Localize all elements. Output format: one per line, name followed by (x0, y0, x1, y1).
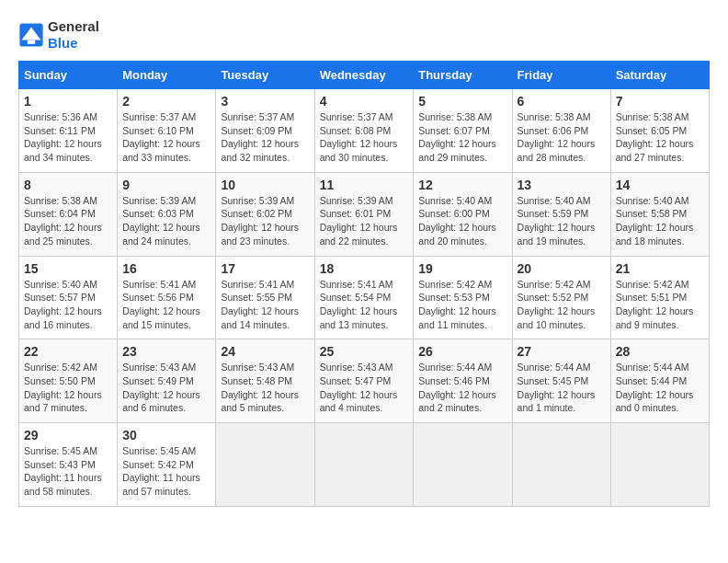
day-info: Sunrise: 5:41 AM Sunset: 5:54 PM Dayligh… (320, 278, 409, 332)
day-cell: 21 Sunrise: 5:42 AM Sunset: 5:51 PM Dayl… (610, 256, 709, 339)
sunset-label: Sunset: 5:43 PM (24, 459, 96, 470)
day-cell: 17 Sunrise: 5:41 AM Sunset: 5:55 PM Dayl… (216, 256, 314, 339)
daylight-label: Daylight: 12 hours and 22 minutes. (320, 222, 398, 247)
day-info: Sunrise: 5:42 AM Sunset: 5:53 PM Dayligh… (418, 278, 506, 332)
sunrise-label: Sunrise: 5:39 AM (122, 195, 196, 206)
day-info: Sunrise: 5:37 AM Sunset: 6:08 PM Dayligh… (320, 110, 409, 165)
daylight-label: Daylight: 12 hours and 4 minutes. (320, 389, 398, 414)
header-cell-monday: Monday (118, 62, 216, 89)
daylight-label: Daylight: 12 hours and 15 minutes. (122, 305, 200, 330)
day-number: 18 (320, 261, 409, 276)
day-cell (216, 423, 314, 507)
day-number: 26 (418, 344, 506, 359)
sunrise-label: Sunrise: 5:45 AM (24, 445, 97, 456)
day-info: Sunrise: 5:42 AM Sunset: 5:51 PM Dayligh… (616, 278, 704, 332)
sunset-label: Sunset: 5:59 PM (518, 208, 589, 219)
svg-rect-2 (28, 40, 35, 44)
day-info: Sunrise: 5:38 AM Sunset: 6:07 PM Dayligh… (418, 110, 506, 165)
daylight-label: Daylight: 12 hours and 10 minutes. (518, 305, 596, 330)
day-cell: 22 Sunrise: 5:42 AM Sunset: 5:50 PM Dayl… (19, 339, 118, 423)
daylight-label: Daylight: 12 hours and 28 minutes. (518, 138, 596, 163)
logo: General Blue (18, 18, 99, 52)
day-cell: 25 Sunrise: 5:43 AM Sunset: 5:47 PM Dayl… (314, 339, 414, 423)
day-info: Sunrise: 5:39 AM Sunset: 6:01 PM Dayligh… (320, 194, 409, 248)
sunrise-label: Sunrise: 5:38 AM (24, 195, 97, 206)
day-info: Sunrise: 5:42 AM Sunset: 5:50 PM Dayligh… (24, 361, 112, 415)
sunrise-label: Sunrise: 5:38 AM (518, 111, 591, 122)
sunrise-label: Sunrise: 5:42 AM (418, 279, 492, 290)
day-info: Sunrise: 5:43 AM Sunset: 5:48 PM Dayligh… (221, 361, 309, 415)
day-number: 16 (122, 261, 210, 276)
sunset-label: Sunset: 5:58 PM (616, 208, 688, 219)
daylight-label: Daylight: 12 hours and 18 minutes. (616, 222, 694, 247)
daylight-label: Daylight: 12 hours and 6 minutes. (122, 389, 200, 414)
day-cell: 13 Sunrise: 5:40 AM Sunset: 5:59 PM Dayl… (512, 172, 610, 256)
header-cell-wednesday: Wednesday (314, 62, 414, 89)
day-info: Sunrise: 5:38 AM Sunset: 6:06 PM Dayligh… (518, 110, 606, 165)
sunset-label: Sunset: 6:08 PM (320, 125, 392, 136)
daylight-label: Daylight: 12 hours and 29 minutes. (418, 138, 496, 163)
header-cell-friday: Friday (512, 62, 610, 89)
daylight-label: Daylight: 12 hours and 27 minutes. (616, 138, 694, 163)
header-row: SundayMondayTuesdayWednesdayThursdayFrid… (19, 62, 710, 89)
daylight-label: Daylight: 11 hours and 58 minutes. (24, 472, 102, 497)
sunrise-label: Sunrise: 5:37 AM (320, 111, 393, 122)
sunset-label: Sunset: 6:00 PM (418, 208, 490, 219)
day-cell: 7 Sunrise: 5:38 AM Sunset: 6:05 PM Dayli… (610, 89, 709, 173)
day-number: 28 (616, 344, 704, 359)
sunset-label: Sunset: 5:47 PM (320, 375, 392, 386)
daylight-label: Daylight: 12 hours and 9 minutes. (616, 305, 694, 330)
day-info: Sunrise: 5:41 AM Sunset: 5:56 PM Dayligh… (122, 278, 210, 332)
day-number: 13 (518, 178, 606, 192)
day-cell: 4 Sunrise: 5:37 AM Sunset: 6:08 PM Dayli… (314, 89, 414, 173)
day-number: 22 (24, 344, 112, 359)
day-number: 27 (518, 344, 606, 359)
day-info: Sunrise: 5:44 AM Sunset: 5:46 PM Dayligh… (418, 361, 506, 415)
day-cell: 6 Sunrise: 5:38 AM Sunset: 6:06 PM Dayli… (512, 89, 610, 173)
sunrise-label: Sunrise: 5:43 AM (122, 362, 196, 373)
day-info: Sunrise: 5:40 AM Sunset: 5:57 PM Dayligh… (24, 278, 112, 332)
week-row-1: 1 Sunrise: 5:36 AM Sunset: 6:11 PM Dayli… (19, 89, 710, 173)
day-number: 23 (122, 344, 210, 359)
sunrise-label: Sunrise: 5:42 AM (518, 279, 591, 290)
day-cell: 1 Sunrise: 5:36 AM Sunset: 6:11 PM Dayli… (19, 89, 118, 173)
header-cell-sunday: Sunday (19, 62, 118, 89)
sunrise-label: Sunrise: 5:43 AM (221, 362, 294, 373)
sunrise-label: Sunrise: 5:44 AM (418, 362, 492, 373)
day-cell: 24 Sunrise: 5:43 AM Sunset: 5:48 PM Dayl… (216, 339, 314, 423)
day-cell: 29 Sunrise: 5:45 AM Sunset: 5:43 PM Dayl… (19, 423, 118, 507)
sunset-label: Sunset: 5:51 PM (616, 292, 688, 303)
sunrise-label: Sunrise: 5:40 AM (616, 195, 689, 206)
day-number: 11 (320, 178, 409, 192)
day-info: Sunrise: 5:45 AM Sunset: 5:43 PM Dayligh… (24, 444, 112, 499)
week-row-4: 22 Sunrise: 5:42 AM Sunset: 5:50 PM Dayl… (19, 339, 710, 423)
week-row-5: 29 Sunrise: 5:45 AM Sunset: 5:43 PM Dayl… (19, 423, 710, 507)
day-cell: 26 Sunrise: 5:44 AM Sunset: 5:46 PM Dayl… (414, 339, 512, 423)
daylight-label: Daylight: 12 hours and 14 minutes. (221, 305, 299, 330)
day-number: 3 (221, 94, 309, 109)
logo-text: General Blue (48, 18, 99, 52)
sunset-label: Sunset: 6:09 PM (221, 125, 292, 136)
logo-icon (18, 22, 44, 48)
sunset-label: Sunset: 6:10 PM (122, 125, 194, 136)
sunset-label: Sunset: 5:42 PM (122, 459, 194, 470)
sunrise-label: Sunrise: 5:37 AM (122, 111, 196, 122)
sunrise-label: Sunrise: 5:42 AM (616, 279, 689, 290)
day-number: 15 (24, 261, 112, 276)
day-cell: 14 Sunrise: 5:40 AM Sunset: 5:58 PM Dayl… (610, 172, 709, 256)
sunrise-label: Sunrise: 5:36 AM (24, 111, 97, 122)
day-info: Sunrise: 5:36 AM Sunset: 6:11 PM Dayligh… (24, 110, 112, 165)
day-cell: 5 Sunrise: 5:38 AM Sunset: 6:07 PM Dayli… (414, 89, 512, 173)
day-number: 17 (221, 261, 309, 276)
day-cell: 15 Sunrise: 5:40 AM Sunset: 5:57 PM Dayl… (19, 256, 118, 339)
day-cell: 9 Sunrise: 5:39 AM Sunset: 6:03 PM Dayli… (118, 172, 216, 256)
sunset-label: Sunset: 5:48 PM (221, 375, 292, 386)
day-cell: 18 Sunrise: 5:41 AM Sunset: 5:54 PM Dayl… (314, 256, 414, 339)
daylight-label: Daylight: 12 hours and 19 minutes. (518, 222, 596, 247)
header-cell-saturday: Saturday (610, 62, 709, 89)
day-cell (414, 423, 512, 507)
day-info: Sunrise: 5:38 AM Sunset: 6:05 PM Dayligh… (616, 110, 704, 165)
day-cell (610, 423, 709, 507)
day-cell: 28 Sunrise: 5:44 AM Sunset: 5:44 PM Dayl… (610, 339, 709, 423)
sunrise-label: Sunrise: 5:37 AM (221, 111, 294, 122)
